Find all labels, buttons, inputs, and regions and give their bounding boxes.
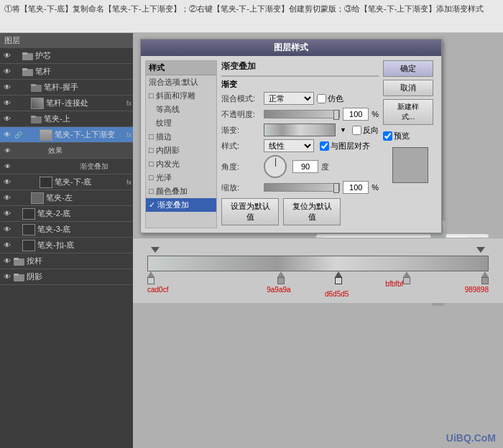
layer-thumbnail (22, 240, 35, 251)
new-style-button[interactable]: 新建样式... (383, 99, 433, 125)
eye-icon[interactable]: 👁 (1, 271, 13, 283)
layer-bigan[interactable]: 👁 笔杆 (0, 64, 133, 80)
style-item-stroke[interactable]: □ 描边 (146, 130, 216, 144)
style-item-innershadow[interactable]: □ 内阴影 (146, 144, 216, 157)
dropdown-arrow-icon[interactable]: ▼ (340, 126, 346, 134)
color-stop-0[interactable] (147, 271, 154, 284)
color-stop-2[interactable] (335, 271, 342, 284)
fake-color-checkbox-row: 仿色 (317, 93, 343, 104)
eye-icon[interactable]: 👁 (1, 240, 13, 251)
eye-icon[interactable]: 👁 (1, 161, 13, 172)
folder-icon (31, 114, 42, 124)
dialog-titlebar: 图层样式 (141, 39, 441, 56)
layer-thumbnail (40, 177, 52, 188)
layer-bijia-kou[interactable]: 👁 笔夹-扣-底 (0, 238, 133, 253)
style-select[interactable]: 线性 (264, 139, 314, 152)
scale-slider-thumb[interactable] (333, 183, 339, 193)
right-area: 图层样式 样式 混合选项:默认 □ 斜面和浮雕 等高线 纹理 □ 描边 □ 内阴… (133, 33, 503, 448)
scale-slider-container (264, 183, 340, 192)
layer-name: 笔夹-扣-底 (37, 240, 131, 251)
layer-bijia2[interactable]: 👁 笔夹-2-底 (0, 206, 133, 222)
folder-icon (22, 51, 34, 61)
layer-effect-group[interactable]: 👁 效果 (0, 143, 133, 159)
layer-biganshoubu[interactable]: 👁 笔杆-握手 (0, 80, 133, 95)
layer-thumbnail (31, 192, 44, 204)
color-label-4: 989898 (465, 286, 489, 294)
preview-checkbox[interactable] (383, 131, 392, 141)
fake-color-checkbox[interactable] (317, 94, 326, 103)
color-stop-4[interactable] (481, 271, 489, 284)
bottom-buttons-row: 设置为默认值 复位为默认值 (221, 198, 379, 225)
style-item-texture[interactable]: 纹理 (146, 116, 216, 130)
cancel-button[interactable]: 取消 (383, 80, 433, 96)
eye-icon[interactable]: 👁 (1, 113, 13, 125)
layer-name: 笔杆 (35, 66, 131, 77)
layer-bijia-selected[interactable]: 👁 🔗 笔夹-下-上下渐变 fx (0, 127, 133, 143)
layer-bijiaushang[interactable]: 👁 笔夹-上 (0, 111, 133, 127)
angle-dial[interactable] (264, 155, 287, 178)
layers-header: 图层 (0, 33, 133, 48)
angle-input[interactable] (292, 160, 318, 173)
eye-icon[interactable]: 👁 (1, 82, 13, 93)
layer-biganlianjie[interactable]: 👁 笔杆-连接处 fx (0, 95, 133, 111)
layer-huxin[interactable]: 👁 护芯 (0, 48, 133, 64)
opacity-label: 不透明度: (221, 109, 261, 120)
layer-name: 效果 (48, 146, 131, 156)
scale-row: 缩放: % (221, 181, 379, 194)
eye-icon[interactable]: 👁 (1, 208, 13, 220)
style-item-satin[interactable]: □ 光泽 (146, 171, 216, 185)
eye-icon[interactable]: 👁 (1, 177, 13, 188)
style-item-innerglow[interactable]: □ 内发光 (146, 157, 216, 171)
layer-name: 笔夹-上 (44, 113, 131, 124)
layer-gradient-effect[interactable]: 👁 渐变叠加 (0, 159, 133, 174)
gradient-preview-bar[interactable] (147, 256, 489, 271)
gradient-label: 渐变: (221, 125, 261, 136)
opacity-slider-bar[interactable] (264, 110, 340, 118)
eye-icon[interactable]: 👁 (1, 98, 13, 109)
layers-title: 图层 (4, 35, 20, 46)
stop-color-swatch (147, 277, 154, 284)
reset-default-button[interactable]: 复位为默认值 (283, 198, 341, 225)
style-item-contour[interactable]: 等高线 (146, 103, 216, 116)
color-stop-1[interactable] (277, 271, 285, 284)
preview-box (392, 147, 428, 183)
style-item-bevel[interactable]: □ 斜面和浮雕 (146, 89, 216, 103)
eye-icon[interactable]: 👁 (1, 50, 13, 62)
scale-input[interactable] (343, 181, 369, 194)
eye-icon[interactable]: 👁 (1, 224, 13, 235)
eye-icon[interactable]: 👁 (1, 256, 13, 267)
layer-name: 阴影 (27, 271, 131, 282)
eye-icon[interactable]: 👁 (1, 192, 13, 204)
style-item-blend[interactable]: 混合选项:默认 (146, 75, 216, 89)
gradient-swatch[interactable] (264, 123, 336, 136)
layer-angan[interactable]: 👁 按杆 (0, 253, 133, 269)
layer-name: 笔杆-握手 (44, 82, 131, 93)
style-item-coloroverlay[interactable]: □ 颜色叠加 (146, 185, 216, 198)
ok-button[interactable]: 确定 (383, 60, 433, 77)
eye-icon[interactable]: 👁 (1, 129, 13, 141)
opacity-slider-thumb[interactable] (333, 110, 339, 120)
opacity-stop-right[interactable] (476, 247, 485, 253)
svg-rect-1 (22, 52, 27, 55)
layer-yinying[interactable]: 👁 阴影 (0, 269, 133, 285)
layer-name: 笔夹-2-底 (37, 208, 131, 219)
style-row: 样式: 线性 与图层对齐 (221, 139, 379, 152)
layer-bijia-zuo[interactable]: 👁 笔夹-左 (0, 190, 133, 206)
align-checkbox[interactable] (320, 141, 329, 151)
eye-icon[interactable]: 👁 (1, 66, 13, 78)
layer-bijia-di[interactable]: 👁 笔夹-下-底 fx (0, 174, 133, 190)
scale-slider-bar[interactable] (264, 183, 340, 192)
opacity-stop-left[interactable] (151, 247, 160, 253)
color-label-0: cad0cf (147, 286, 168, 294)
eye-icon[interactable]: 👁 (1, 145, 13, 157)
style-item-gradientoverlay[interactable]: ✓ 渐变叠加 (146, 198, 216, 212)
layer-bijia3[interactable]: 👁 笔夹-3-底 (0, 222, 133, 238)
color-label-2: d6d5d5 (325, 290, 349, 298)
angle-label: 角度: (221, 162, 261, 172)
reverse-checkbox[interactable] (352, 126, 361, 135)
opacity-row: 不透明度: % (221, 108, 379, 121)
set-default-button[interactable]: 设置为默认值 (221, 198, 279, 225)
blend-mode-select[interactable]: 正常 (264, 92, 314, 105)
opacity-input[interactable] (343, 108, 369, 121)
color-stop-3[interactable] (403, 271, 410, 284)
